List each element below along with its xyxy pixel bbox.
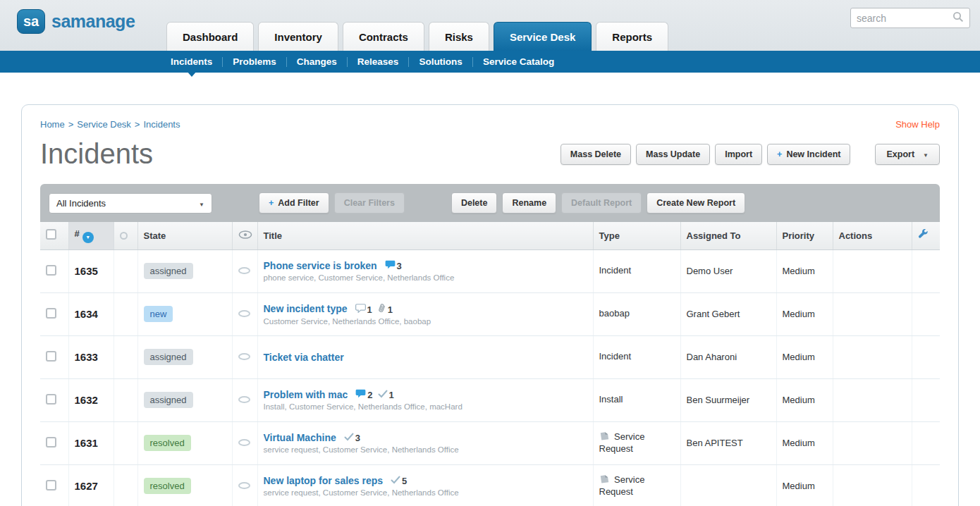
status-dot-cell bbox=[114, 335, 137, 378]
page-title: Incidents bbox=[40, 138, 153, 170]
tab-inventory[interactable]: Inventory bbox=[258, 22, 338, 51]
subnav-item-solutions[interactable]: Solutions bbox=[419, 56, 463, 67]
actions-cell bbox=[833, 464, 912, 506]
check-icon bbox=[378, 390, 388, 398]
incident-tags: Install, Customer Service, Netherlands O… bbox=[264, 402, 587, 411]
watch-oval-icon[interactable] bbox=[238, 310, 250, 317]
header-state[interactable]: State bbox=[137, 222, 232, 249]
incident-id: 1634 bbox=[75, 308, 98, 320]
plus-icon: + bbox=[777, 149, 782, 159]
row-checkbox[interactable] bbox=[46, 394, 56, 405]
incident-title-link[interactable]: Problem with mac bbox=[264, 389, 348, 400]
incident-title-link[interactable]: New laptop for sales reps bbox=[264, 475, 384, 486]
check-icon bbox=[344, 433, 354, 441]
samanage-logo-icon: sa bbox=[17, 9, 45, 34]
subnav-item-service-catalog[interactable]: Service Catalog bbox=[483, 56, 554, 67]
mass-update-button[interactable]: Mass Update bbox=[636, 144, 710, 165]
priority: Medium bbox=[776, 464, 833, 506]
incident-id: 1633 bbox=[75, 351, 98, 363]
new-incident-button[interactable]: + New Incident bbox=[767, 144, 850, 165]
breadcrumb-link[interactable]: Service Desk bbox=[77, 119, 131, 130]
caret-down-icon bbox=[199, 197, 204, 209]
sort-desc-icon[interactable] bbox=[82, 232, 94, 243]
header-watch[interactable] bbox=[232, 222, 257, 249]
mass-delete-button[interactable]: Mass Delete bbox=[561, 144, 631, 165]
wrench-icon[interactable] bbox=[918, 229, 929, 240]
row-checkbox[interactable] bbox=[46, 308, 56, 319]
row-checkbox[interactable] bbox=[46, 265, 56, 276]
title-icons: 5 bbox=[386, 476, 407, 486]
assigned-to: Demo User bbox=[680, 249, 776, 292]
assigned-to: Ben Suurmeijer bbox=[680, 378, 776, 421]
subnav-item-incidents[interactable]: Incidents bbox=[171, 56, 212, 67]
clear-filters-button[interactable]: Clear Filters bbox=[334, 192, 405, 214]
add-filter-button[interactable]: + Add Filter bbox=[259, 192, 329, 214]
header-select-all[interactable] bbox=[40, 222, 68, 249]
watch-oval-icon[interactable] bbox=[238, 267, 250, 274]
row-checkbox[interactable] bbox=[46, 437, 56, 448]
header-status-dot[interactable] bbox=[114, 222, 137, 249]
service-desk-subnav: IncidentsProblemsChangesReleasesSolution… bbox=[0, 51, 980, 73]
status-dot-cell bbox=[114, 378, 137, 421]
header-priority[interactable]: Priority bbox=[776, 222, 833, 249]
table-row: 1627 resolved New laptop for sales reps … bbox=[40, 464, 940, 506]
incident-title-link[interactable]: Phone service is broken bbox=[264, 260, 377, 271]
incident-title-link[interactable]: Ticket via chatter bbox=[264, 352, 344, 363]
import-button[interactable]: Import bbox=[715, 144, 762, 165]
tab-reports[interactable]: Reports bbox=[596, 22, 668, 51]
header-title[interactable]: Title bbox=[257, 222, 593, 249]
header-type[interactable]: Type bbox=[593, 222, 680, 249]
settings-cell bbox=[912, 464, 940, 506]
settings-cell bbox=[912, 292, 940, 335]
export-button[interactable]: Export bbox=[875, 144, 940, 165]
priority: Medium bbox=[776, 335, 833, 378]
tab-service-desk[interactable]: Service Desk bbox=[494, 22, 592, 51]
status-dot-cell bbox=[114, 292, 137, 335]
watch-oval-icon[interactable] bbox=[238, 396, 250, 403]
subnav-item-changes[interactable]: Changes bbox=[297, 56, 337, 67]
watch-oval-icon[interactable] bbox=[238, 482, 250, 489]
actions-cell bbox=[833, 378, 912, 421]
incident-title-link[interactable]: Virtual Machine bbox=[264, 432, 336, 443]
actions-cell bbox=[833, 335, 912, 378]
filter-select[interactable]: All Incidents bbox=[49, 193, 212, 214]
breadcrumb-link[interactable]: Home bbox=[40, 119, 65, 130]
tab-dashboard[interactable]: Dashboard bbox=[166, 22, 254, 51]
delete-button[interactable]: Delete bbox=[451, 192, 498, 214]
header-settings[interactable] bbox=[912, 222, 940, 249]
subnav-item-problems[interactable]: Problems bbox=[233, 56, 276, 67]
icon-count: 3 bbox=[397, 261, 402, 271]
search-box[interactable] bbox=[850, 8, 970, 28]
caret-down-icon bbox=[923, 149, 929, 159]
select-all-checkbox[interactable] bbox=[46, 229, 56, 240]
incident-type: Service Request bbox=[599, 474, 657, 498]
header-assigned-to[interactable]: Assigned To bbox=[680, 222, 776, 249]
watch-oval-icon[interactable] bbox=[238, 439, 250, 446]
row-checkbox[interactable] bbox=[46, 480, 56, 490]
show-help-link[interactable]: Show Help bbox=[895, 119, 940, 130]
state-badge: assigned bbox=[144, 392, 193, 408]
priority: Medium bbox=[776, 378, 833, 421]
incident-type: Install bbox=[599, 394, 623, 405]
subnav-item-releases[interactable]: Releases bbox=[357, 56, 399, 67]
brand-logo[interactable]: sa samanage bbox=[17, 9, 135, 34]
top-header: sa samanage DashboardInventoryContractsR… bbox=[0, 0, 980, 51]
state-badge: new bbox=[144, 306, 173, 322]
header-actions: Actions bbox=[833, 222, 912, 249]
filter-toolbar: All Incidents + Add Filter Clear Filters… bbox=[40, 184, 940, 222]
rename-button[interactable]: Rename bbox=[502, 192, 556, 214]
brand-name: samanage bbox=[51, 11, 135, 32]
search-icon[interactable] bbox=[953, 11, 964, 25]
header-id[interactable]: # bbox=[68, 222, 114, 249]
tab-contracts[interactable]: Contracts bbox=[343, 22, 424, 51]
row-checkbox[interactable] bbox=[46, 351, 56, 362]
incident-title-link[interactable]: New incident type bbox=[264, 303, 348, 314]
search-input[interactable] bbox=[857, 13, 953, 24]
watch-oval-icon[interactable] bbox=[238, 353, 250, 360]
breadcrumb-link[interactable]: Incidents bbox=[143, 119, 180, 130]
incident-tags: service request, Customer Service, Nethe… bbox=[264, 488, 587, 497]
settings-cell bbox=[912, 421, 940, 464]
tab-risks[interactable]: Risks bbox=[429, 22, 489, 51]
default-report-button[interactable]: Default Report bbox=[561, 192, 642, 214]
create-new-report-button[interactable]: Create New Report bbox=[647, 192, 745, 214]
